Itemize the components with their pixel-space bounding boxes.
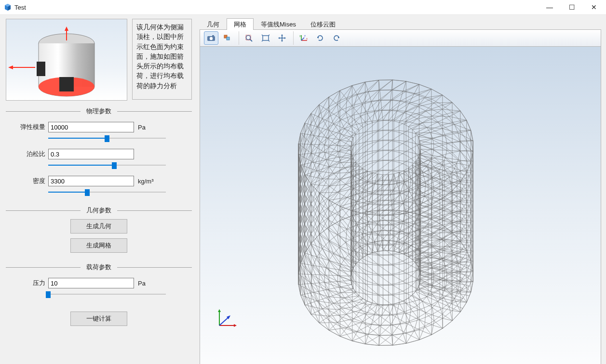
svg-line-2986 xyxy=(347,229,353,238)
svg-line-1011 xyxy=(393,263,406,265)
generate-geometry-button[interactable]: 生成几何 xyxy=(70,219,127,234)
svg-line-3472 xyxy=(334,173,339,179)
close-button[interactable]: ✕ xyxy=(583,0,605,14)
camera-button[interactable] xyxy=(204,31,218,45)
svg-line-1347 xyxy=(471,182,473,192)
rotate-cw-button[interactable] xyxy=(313,31,327,45)
tab-displacement[interactable]: 位移云图 xyxy=(303,18,343,30)
svg-line-1386 xyxy=(329,220,340,226)
svg-line-372 xyxy=(452,212,460,221)
svg-line-747 xyxy=(471,232,473,242)
svg-line-2772 xyxy=(412,260,416,263)
compute-button[interactable]: 一键计算 xyxy=(70,312,127,326)
svg-line-2819 xyxy=(372,315,382,324)
svg-line-2818 xyxy=(381,315,382,325)
svg-line-2886 xyxy=(411,246,417,249)
pressure-slider[interactable] xyxy=(48,290,166,298)
svg-line-3542 xyxy=(445,133,458,135)
svg-line-317 xyxy=(305,275,311,294)
svg-line-3105 xyxy=(311,265,313,274)
svg-line-3859 xyxy=(419,157,432,165)
svg-line-2875 xyxy=(381,231,382,241)
density-slider[interactable] xyxy=(48,188,166,196)
svg-line-653 xyxy=(393,285,406,293)
pressure-input[interactable] xyxy=(48,278,134,288)
svg-line-3363 xyxy=(324,152,339,157)
svg-text:z: z xyxy=(304,34,306,37)
svg-line-3083 xyxy=(319,323,337,323)
svg-line-2955 xyxy=(329,297,334,304)
display-mode-button[interactable] xyxy=(220,31,235,45)
svg-line-1088 xyxy=(431,135,443,139)
svg-line-3069 xyxy=(357,331,368,334)
svg-marker-11 xyxy=(8,65,13,69)
svg-line-3415 xyxy=(427,128,430,133)
rotate-ccw-button[interactable] xyxy=(329,31,344,45)
svg-line-306 xyxy=(329,310,340,316)
svg-line-833 xyxy=(365,140,379,152)
svg-line-3606 xyxy=(319,186,329,193)
minimize-button[interactable]: — xyxy=(539,0,561,14)
svg-line-3399 xyxy=(390,101,400,110)
svg-line-353 xyxy=(365,180,379,192)
svg-line-549 xyxy=(319,283,329,290)
svg-line-792 xyxy=(311,254,319,263)
svg-line-1497 xyxy=(393,223,406,225)
svg-line-3096 xyxy=(301,295,305,305)
svg-line-3568 xyxy=(431,198,443,205)
density-input[interactable] xyxy=(48,176,134,186)
svg-line-3071 xyxy=(352,334,368,341)
maximize-button[interactable]: ☐ xyxy=(561,0,583,14)
svg-line-3663 xyxy=(380,80,392,91)
tab-geometry[interactable]: 几何 xyxy=(200,18,227,30)
svg-line-3421 xyxy=(432,138,433,144)
tab-mises[interactable]: 等值线Mises xyxy=(254,18,303,30)
elastic-modulus-slider[interactable] xyxy=(48,134,166,142)
svg-line-1065 xyxy=(340,136,352,141)
svg-marker-21 xyxy=(281,34,283,36)
svg-line-1185 xyxy=(340,126,352,130)
pan-button[interactable] xyxy=(275,31,289,45)
elastic-modulus-input[interactable] xyxy=(48,122,134,132)
svg-line-3428 xyxy=(434,150,447,150)
svg-line-158 xyxy=(452,300,460,302)
svg-marker-9 xyxy=(65,26,68,31)
generate-mesh-button[interactable]: 生成网格 xyxy=(70,238,127,253)
svg-line-162 xyxy=(431,318,443,325)
svg-line-948 xyxy=(352,142,365,145)
svg-line-2999 xyxy=(391,221,403,231)
title-bar: Test — ☐ ✕ xyxy=(0,0,606,15)
svg-line-1188 xyxy=(352,122,365,125)
svg-line-3974 xyxy=(428,209,440,214)
svg-line-773 xyxy=(393,275,406,284)
svg-line-1445 xyxy=(419,99,431,104)
svg-line-486 xyxy=(431,189,443,195)
svg-line-2760 xyxy=(394,251,399,253)
axes-button[interactable]: yxz xyxy=(296,31,311,45)
tab-mesh[interactable]: 网格 xyxy=(227,18,254,30)
svg-line-216 xyxy=(311,225,319,234)
svg-line-1328 xyxy=(431,115,443,119)
tab-bar: 几何 网格 等值线Mises 位移云图 xyxy=(200,18,601,30)
svg-line-3422 xyxy=(432,135,445,138)
svg-line-3601 xyxy=(329,186,337,192)
3d-viewport[interactable] xyxy=(200,47,601,364)
svg-line-3482 xyxy=(313,160,326,162)
zoom-rect-button[interactable] xyxy=(242,31,256,45)
svg-line-2676 xyxy=(412,291,416,295)
svg-line-2473 xyxy=(353,164,356,168)
poisson-input[interactable] xyxy=(48,149,134,159)
svg-line-1448 xyxy=(431,105,443,109)
svg-line-3066 xyxy=(379,335,380,345)
svg-line-2924 xyxy=(425,313,426,326)
svg-line-3423 xyxy=(432,138,447,143)
svg-line-2932 xyxy=(400,324,403,333)
svg-line-339 xyxy=(319,207,329,215)
svg-line-2892 xyxy=(422,253,427,258)
poisson-slider[interactable] xyxy=(48,161,166,169)
svg-line-2645 xyxy=(377,130,383,131)
svg-line-3504 xyxy=(346,99,347,112)
app-icon xyxy=(4,3,12,11)
zoom-extents-button[interactable] xyxy=(258,31,273,45)
svg-line-3094 xyxy=(305,301,317,305)
